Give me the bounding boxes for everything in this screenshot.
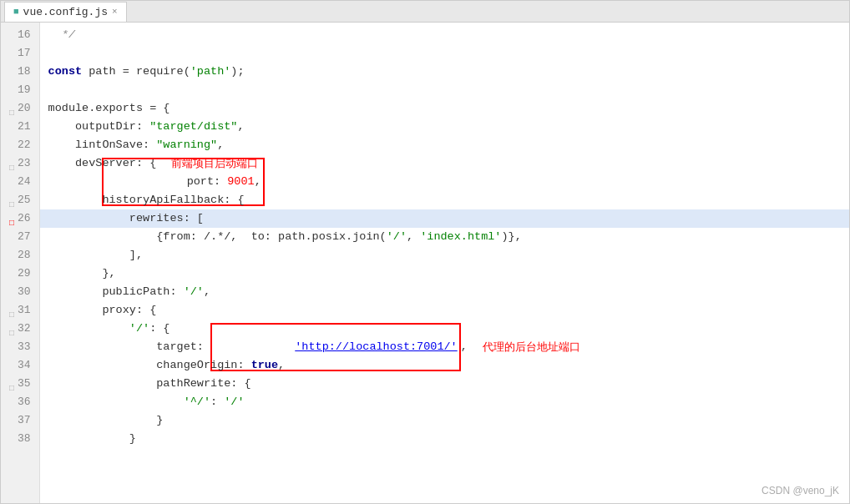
- code-text-24b: port:: [187, 175, 228, 188]
- editor-window: ■ vue.config.js × 16 17 18 19 □20 21 22 …: [0, 0, 850, 504]
- code-text-37: }: [48, 411, 164, 430]
- code-text-35: pathRewrite: {: [48, 375, 251, 393]
- line-num-31: □31: [1, 301, 39, 320]
- code-line-31: proxy: {: [40, 301, 849, 320]
- code-text-27b: /.*/: [204, 228, 230, 246]
- string-linton: "warning": [156, 136, 217, 154]
- line-num-26: □26: [1, 209, 39, 228]
- code-line-28: ],: [40, 246, 849, 265]
- line-num-19: 19: [1, 81, 39, 99]
- line-num-16: 16: [1, 26, 39, 44]
- code-area-wrapper: 16 17 18 19 □20 21 22 □23 24 □25 □26 27 …: [1, 23, 849, 503]
- code-text-33a: target:: [48, 338, 210, 356]
- line-num-38: 38: [1, 430, 39, 448]
- line-num-33: 33: [1, 338, 39, 356]
- code-text-27e: )},: [501, 228, 521, 246]
- code-line-30: publicPath: '/' ,: [40, 283, 849, 301]
- code-text-36b: :: [210, 393, 224, 411]
- code-line-29: },: [40, 265, 849, 283]
- line-num-37: 37: [1, 411, 39, 430]
- tab-close-button[interactable]: ×: [112, 7, 118, 17]
- line-num-34: 34: [1, 356, 39, 375]
- code-text-26: rewrites: [: [48, 209, 204, 228]
- code-line-24: port: 9001,: [40, 173, 849, 191]
- code-line-38: }: [40, 430, 849, 448]
- code-text-34a: changeOrigin:: [48, 356, 251, 375]
- code-line-33: target: 'http://localhost:7001/' , 代理的后台…: [40, 338, 849, 356]
- code-text-29: },: [48, 265, 116, 283]
- line-num-29: 29: [1, 265, 39, 283]
- code-text-24a: [48, 173, 103, 191]
- code-text-32b: : {: [149, 320, 169, 338]
- line-num-30: 30: [1, 283, 39, 301]
- tab-label: vue.config.js: [23, 6, 108, 18]
- code-area: 16 17 18 19 □20 21 22 □23 24 □25 □26 27 …: [1, 23, 849, 503]
- code-text-21: outputDir:: [48, 118, 150, 136]
- code-text-31: proxy: {: [48, 301, 157, 320]
- string-rewrite-val: '/': [224, 393, 244, 411]
- tab-bar: ■ vue.config.js ×: [1, 1, 849, 23]
- annotation-line33: 代理的后台地址端口: [483, 338, 580, 356]
- code-line-26: rewrites: [: [40, 209, 849, 228]
- string-outputdir: "target/dist": [149, 118, 237, 136]
- line-num-28: 28: [1, 246, 39, 265]
- line-num-23: □23: [1, 154, 39, 173]
- code-text-33b: ,: [461, 338, 468, 356]
- line-num-22: 22: [1, 136, 39, 154]
- line-num-25: □25: [1, 191, 39, 209]
- tab-icon: ■: [13, 7, 19, 17]
- code-text-25: historyApiFallback: {: [48, 191, 245, 209]
- string-slash: '/': [387, 228, 407, 246]
- code-text-18: path = require(: [82, 63, 190, 81]
- code-text-20: module.exports = {: [48, 99, 170, 118]
- code-text-27a: {from:: [48, 228, 204, 246]
- code-line-22: lintOnSave: "warning" ,: [40, 136, 849, 154]
- code-text-27d: ,: [407, 228, 420, 246]
- line-num-20: □20: [1, 99, 39, 118]
- code-text-32: [48, 320, 129, 338]
- line-num-24: 24: [1, 173, 39, 191]
- code-text-22b: ,: [217, 136, 224, 154]
- code-line-37: }: [40, 411, 849, 430]
- line-num-21: 21: [1, 118, 39, 136]
- string-proxy-key: '/': [129, 320, 149, 338]
- string-rewrite-key: '^/': [184, 393, 210, 411]
- code-text-22: lintOnSave:: [48, 136, 157, 154]
- code-text-36a: [48, 393, 184, 411]
- comment-16: */: [48, 26, 75, 44]
- line-num-35: □35: [1, 375, 39, 393]
- string-publicpath: '/': [184, 283, 204, 301]
- line-num-32: □32: [1, 320, 39, 338]
- line-numbers: 16 17 18 19 □20 21 22 □23 24 □25 □26 27 …: [1, 23, 40, 503]
- code-line-17: [40, 44, 849, 63]
- code-text-18b: );: [230, 63, 244, 81]
- line-num-27: 27: [1, 228, 39, 246]
- code-text-38: }: [48, 430, 136, 448]
- line-num-17: 17: [1, 44, 39, 63]
- code-text-27c: , to: path.posix.join(: [230, 228, 386, 246]
- code-text-21b: ,: [237, 118, 244, 136]
- string-index: 'index.html': [420, 228, 501, 246]
- code-text-34b: ,: [278, 356, 285, 375]
- code-lines: */ const path = require( 'path' ); modul…: [40, 23, 849, 503]
- code-line-25: historyApiFallback: {: [40, 191, 849, 209]
- watermark: CSDN @veno_jK: [761, 485, 839, 496]
- code-line-35: pathRewrite: {: [40, 375, 849, 393]
- code-line-21: outputDir: "target/dist" ,: [40, 118, 849, 136]
- code-line-20: module.exports = {: [40, 99, 849, 118]
- port-number: 9001: [227, 175, 254, 188]
- line-num-18: 18: [1, 63, 39, 81]
- code-text-28: ],: [48, 246, 143, 265]
- code-text-30a: publicPath:: [48, 283, 184, 301]
- keyword-true: true: [251, 356, 278, 375]
- string-target-url: 'http://localhost:7001/': [295, 340, 457, 353]
- code-text-30b: ,: [204, 283, 210, 301]
- code-text-24c: ,: [255, 175, 261, 188]
- code-line-19: [40, 81, 849, 99]
- code-line-16: */: [40, 26, 849, 44]
- keyword-const: const: [48, 63, 83, 81]
- code-line-36: '^/' : '/': [40, 393, 849, 411]
- code-line-18: const path = require( 'path' );: [40, 63, 849, 81]
- code-line-27: {from: /.*/ , to: path.posix.join( '/' ,…: [40, 228, 849, 246]
- file-tab[interactable]: ■ vue.config.js ×: [4, 2, 127, 22]
